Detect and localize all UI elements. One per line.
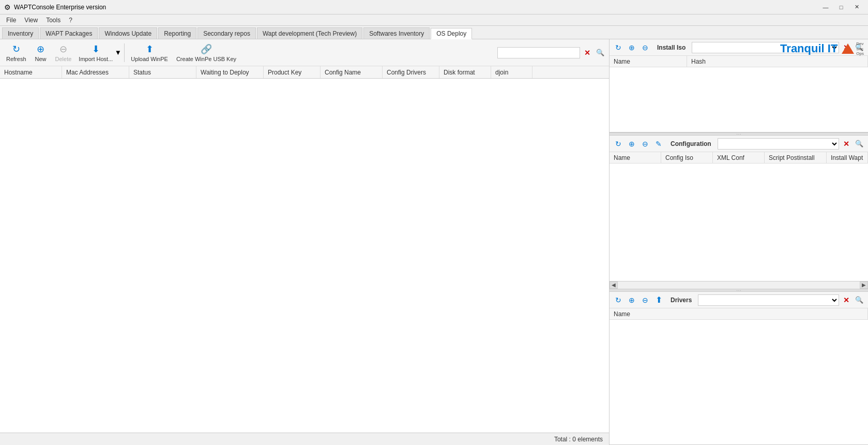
maximize-button[interactable]: □ — [834, 2, 848, 13]
close-button[interactable]: ✕ — [849, 2, 864, 13]
refresh-icon: ↻ — [12, 43, 20, 55]
upload-winpe-button[interactable]: ⬆ Upload WinPE — [128, 41, 171, 64]
iso-refresh-button[interactable]: ↻ — [613, 42, 624, 53]
logo-triangle-icon — [842, 43, 854, 54]
delete-icon: ⊖ — [59, 43, 67, 55]
main-data-area — [0, 79, 609, 433]
iso-col-headers: Name Hash — [610, 56, 868, 67]
drivers-select[interactable] — [698, 294, 839, 306]
delete-button[interactable]: ⊖ Delete — [52, 41, 75, 64]
drivers-col-headers: Name — [610, 308, 868, 320]
col-config-name[interactable]: Config Name — [321, 66, 383, 78]
config-col-xml[interactable]: XML Conf — [713, 152, 765, 163]
drivers-add-button[interactable]: ⊕ — [626, 294, 637, 306]
drivers-label: Drivers — [666, 296, 696, 304]
main-column-headers: Hostname Mac Addresses Status Waiting to… — [0, 66, 609, 79]
config-col-headers: Name Config Iso XML Conf Script Postinst… — [610, 152, 868, 164]
drivers-toolbar: ↻ ⊕ ⊖ ⬆ Drivers ✕ 🔍 — [610, 292, 868, 308]
create-usb-icon: 🔗 — [201, 43, 212, 55]
config-col-iso[interactable]: Config Iso — [661, 152, 713, 163]
search-input[interactable] — [497, 47, 580, 58]
upload-winpe-icon: ⬆ — [146, 43, 154, 55]
logo-ops: Ops — [856, 51, 864, 56]
config-edit-button[interactable]: ✎ — [653, 138, 664, 150]
tab-windows-update[interactable]: Windows Update — [99, 27, 157, 39]
drivers-remove-button[interactable]: ⊖ — [639, 294, 651, 306]
total-elements-label: Total : 0 elements — [554, 436, 603, 443]
config-search-button[interactable]: 🔍 — [854, 139, 865, 149]
col-djoin[interactable]: djoin — [491, 66, 532, 78]
logo-area: Tranquil IT Dev Sec Ops — [780, 41, 864, 56]
status-bar: Total : 0 elements — [0, 433, 609, 445]
config-section: ↻ ⊕ ⊖ ✎ Configuration ✕ 🔍 Name Config Is… — [610, 136, 868, 289]
iso-col-name[interactable]: Name — [610, 56, 687, 67]
import-host-dropdown[interactable]: ▼ — [115, 41, 121, 64]
tab-reporting[interactable]: Reporting — [158, 27, 196, 39]
drivers-data-area — [610, 320, 868, 444]
config-col-install-wapt[interactable]: Install Wapt — [827, 152, 868, 163]
col-waiting-to-deploy[interactable]: Waiting to Deploy — [196, 66, 264, 78]
scroll-left-arrow[interactable]: ◀ — [610, 281, 618, 289]
col-product-key[interactable]: Product Key — [264, 66, 321, 78]
search-bar: ✕ 🔍 — [497, 47, 606, 58]
config-toolbar: ↻ ⊕ ⊖ ✎ Configuration ✕ 🔍 — [610, 136, 868, 152]
drivers-clear-button[interactable]: ✕ — [841, 295, 851, 305]
drivers-upload-button[interactable]: ⬆ — [653, 294, 664, 306]
config-data-area — [610, 164, 868, 281]
iso-data-area — [610, 67, 868, 132]
search-submit-button[interactable]: 🔍 — [595, 47, 606, 58]
tab-secondary-repos[interactable]: Secondary repos — [197, 27, 256, 39]
config-clear-button[interactable]: ✕ — [841, 139, 851, 149]
import-host-icon: ⬇ — [92, 43, 100, 55]
app-icon: ⚙ — [4, 3, 11, 11]
config-label: Configuration — [666, 140, 715, 147]
col-hostname[interactable]: Hostname — [0, 66, 62, 78]
drivers-search-button[interactable]: 🔍 — [854, 295, 865, 305]
new-icon: ⊕ — [37, 43, 44, 55]
config-add-button[interactable]: ⊕ — [626, 138, 637, 150]
col-config-drivers[interactable]: Config Drivers — [383, 66, 439, 78]
right-panel: Tranquil IT Dev Sec Ops ↻ ⊕ ⊖ Install Is… — [610, 39, 868, 445]
config-col-script[interactable]: Script Postinstall — [765, 152, 827, 163]
logo-dev: Dev — [856, 41, 864, 47]
drivers-refresh-button[interactable]: ↻ — [613, 294, 624, 306]
tab-bar: Inventory WAPT Packages Windows Update R… — [0, 26, 868, 39]
config-col-name[interactable]: Name — [610, 152, 661, 163]
import-host-group: ⬇ Import Host... ▼ — [77, 41, 121, 64]
dropdown-arrow-icon: ▼ — [115, 49, 121, 56]
config-refresh-button[interactable]: ↻ — [613, 138, 624, 150]
iso-label: Install Iso — [653, 44, 690, 51]
search-clear-button[interactable]: ✕ — [582, 48, 592, 58]
tab-softwares-inventory[interactable]: Softwares Inventory — [363, 27, 430, 39]
menu-bar: File View Tools ? — [0, 14, 868, 26]
col-status[interactable]: Status — [129, 66, 196, 78]
tab-wapt-dev[interactable]: Wapt development (Tech Preview) — [257, 27, 362, 39]
title-bar: ⚙ WAPTConsole Enterprise version — □ ✕ — [0, 0, 868, 14]
menu-tools[interactable]: Tools — [42, 14, 65, 26]
new-button[interactable]: ⊕ New — [32, 41, 50, 64]
tab-os-deploy[interactable]: OS Deploy — [431, 28, 472, 39]
menu-view[interactable]: View — [20, 14, 42, 26]
config-select[interactable] — [718, 138, 839, 150]
iso-col-hash[interactable]: Hash — [687, 56, 868, 67]
scroll-right-arrow[interactable]: ▶ — [860, 281, 868, 289]
menu-help[interactable]: ? — [65, 14, 77, 26]
iso-add-button[interactable]: ⊕ — [626, 42, 637, 53]
col-mac-addresses[interactable]: Mac Addresses — [62, 66, 129, 78]
iso-remove-button[interactable]: ⊖ — [639, 42, 651, 53]
main-toolbar: ↻ Refresh ⊕ New ⊖ Delete ⬇ Import Host..… — [0, 39, 609, 66]
tab-wapt-packages[interactable]: WAPT Packages — [40, 27, 98, 39]
drivers-col-name[interactable]: Name — [610, 308, 868, 319]
minimize-button[interactable]: — — [818, 2, 833, 13]
create-usb-button[interactable]: 🔗 Create WinPe USB Key — [173, 41, 239, 64]
import-host-button[interactable]: ⬇ Import Host... — [77, 41, 115, 64]
config-remove-button[interactable]: ⊖ — [639, 138, 651, 150]
menu-file[interactable]: File — [2, 14, 20, 26]
tab-inventory[interactable]: Inventory — [2, 27, 39, 39]
drivers-section: ↻ ⊕ ⊖ ⬆ Drivers ✕ 🔍 Name — [610, 292, 868, 445]
refresh-button[interactable]: ↻ Refresh — [3, 41, 29, 64]
logo-sec: Sec — [856, 47, 864, 52]
logo-brand: Tranquil IT — [780, 42, 837, 55]
logo-devsecops: Dev Sec Ops — [856, 41, 864, 56]
col-disk-format[interactable]: Disk format — [439, 66, 491, 78]
